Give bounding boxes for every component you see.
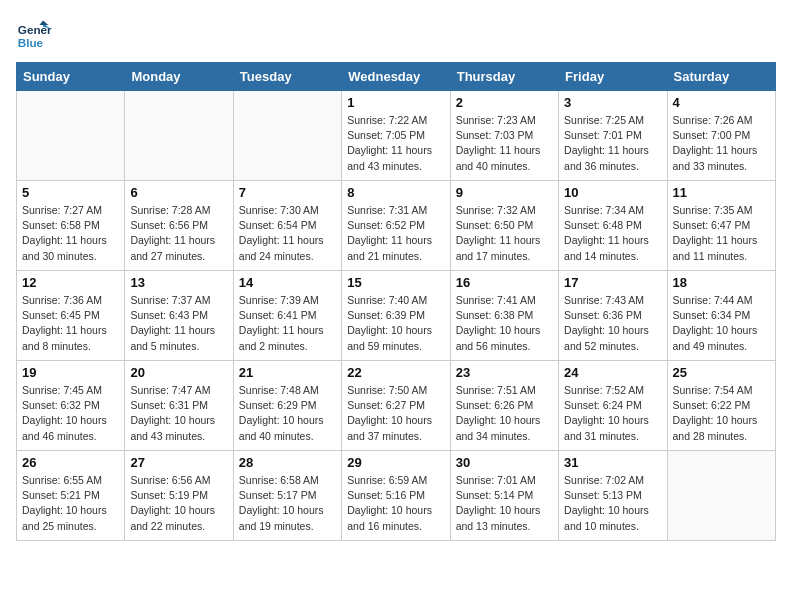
day-number: 5: [22, 185, 119, 200]
cell-content: Sunrise: 7:32 AM Sunset: 6:50 PM Dayligh…: [456, 203, 553, 264]
cell-content: Sunrise: 7:44 AM Sunset: 6:34 PM Dayligh…: [673, 293, 770, 354]
calendar-cell: 21Sunrise: 7:48 AM Sunset: 6:29 PM Dayli…: [233, 361, 341, 451]
day-number: 15: [347, 275, 444, 290]
col-sunday: Sunday: [17, 63, 125, 91]
calendar-cell: 27Sunrise: 6:56 AM Sunset: 5:19 PM Dayli…: [125, 451, 233, 541]
day-number: 27: [130, 455, 227, 470]
calendar-cell: 11Sunrise: 7:35 AM Sunset: 6:47 PM Dayli…: [667, 181, 775, 271]
calendar-cell: 24Sunrise: 7:52 AM Sunset: 6:24 PM Dayli…: [559, 361, 667, 451]
calendar-cell: 8Sunrise: 7:31 AM Sunset: 6:52 PM Daylig…: [342, 181, 450, 271]
logo: General Blue: [16, 16, 56, 52]
cell-content: Sunrise: 7:45 AM Sunset: 6:32 PM Dayligh…: [22, 383, 119, 444]
day-number: 21: [239, 365, 336, 380]
calendar-cell: 14Sunrise: 7:39 AM Sunset: 6:41 PM Dayli…: [233, 271, 341, 361]
col-thursday: Thursday: [450, 63, 558, 91]
cell-content: Sunrise: 6:58 AM Sunset: 5:17 PM Dayligh…: [239, 473, 336, 534]
cell-content: Sunrise: 7:36 AM Sunset: 6:45 PM Dayligh…: [22, 293, 119, 354]
calendar-cell: 9Sunrise: 7:32 AM Sunset: 6:50 PM Daylig…: [450, 181, 558, 271]
day-number: 4: [673, 95, 770, 110]
calendar-cell: 10Sunrise: 7:34 AM Sunset: 6:48 PM Dayli…: [559, 181, 667, 271]
calendar-cell: 25Sunrise: 7:54 AM Sunset: 6:22 PM Dayli…: [667, 361, 775, 451]
day-number: 2: [456, 95, 553, 110]
day-number: 25: [673, 365, 770, 380]
col-friday: Friday: [559, 63, 667, 91]
day-number: 11: [673, 185, 770, 200]
day-number: 26: [22, 455, 119, 470]
calendar-cell: 20Sunrise: 7:47 AM Sunset: 6:31 PM Dayli…: [125, 361, 233, 451]
cell-content: Sunrise: 7:50 AM Sunset: 6:27 PM Dayligh…: [347, 383, 444, 444]
calendar-cell: 22Sunrise: 7:50 AM Sunset: 6:27 PM Dayli…: [342, 361, 450, 451]
calendar-cell: 6Sunrise: 7:28 AM Sunset: 6:56 PM Daylig…: [125, 181, 233, 271]
day-number: 12: [22, 275, 119, 290]
cell-content: Sunrise: 7:30 AM Sunset: 6:54 PM Dayligh…: [239, 203, 336, 264]
cell-content: Sunrise: 6:55 AM Sunset: 5:21 PM Dayligh…: [22, 473, 119, 534]
day-number: 24: [564, 365, 661, 380]
calendar-cell: 16Sunrise: 7:41 AM Sunset: 6:38 PM Dayli…: [450, 271, 558, 361]
cell-content: Sunrise: 7:23 AM Sunset: 7:03 PM Dayligh…: [456, 113, 553, 174]
cell-content: Sunrise: 7:26 AM Sunset: 7:00 PM Dayligh…: [673, 113, 770, 174]
calendar-cell: 1Sunrise: 7:22 AM Sunset: 7:05 PM Daylig…: [342, 91, 450, 181]
day-number: 28: [239, 455, 336, 470]
calendar-cell: 7Sunrise: 7:30 AM Sunset: 6:54 PM Daylig…: [233, 181, 341, 271]
calendar-cell: 13Sunrise: 7:37 AM Sunset: 6:43 PM Dayli…: [125, 271, 233, 361]
calendar-cell: 31Sunrise: 7:02 AM Sunset: 5:13 PM Dayli…: [559, 451, 667, 541]
col-saturday: Saturday: [667, 63, 775, 91]
calendar-cell: 29Sunrise: 6:59 AM Sunset: 5:16 PM Dayli…: [342, 451, 450, 541]
day-number: 13: [130, 275, 227, 290]
day-number: 31: [564, 455, 661, 470]
cell-content: Sunrise: 7:52 AM Sunset: 6:24 PM Dayligh…: [564, 383, 661, 444]
calendar-cell: 5Sunrise: 7:27 AM Sunset: 6:58 PM Daylig…: [17, 181, 125, 271]
day-number: 3: [564, 95, 661, 110]
day-number: 16: [456, 275, 553, 290]
calendar-cell: 26Sunrise: 6:55 AM Sunset: 5:21 PM Dayli…: [17, 451, 125, 541]
cell-content: Sunrise: 7:40 AM Sunset: 6:39 PM Dayligh…: [347, 293, 444, 354]
day-number: 20: [130, 365, 227, 380]
cell-content: Sunrise: 7:48 AM Sunset: 6:29 PM Dayligh…: [239, 383, 336, 444]
cell-content: Sunrise: 7:47 AM Sunset: 6:31 PM Dayligh…: [130, 383, 227, 444]
day-number: 17: [564, 275, 661, 290]
cell-content: Sunrise: 7:31 AM Sunset: 6:52 PM Dayligh…: [347, 203, 444, 264]
calendar-cell: 2Sunrise: 7:23 AM Sunset: 7:03 PM Daylig…: [450, 91, 558, 181]
day-number: 23: [456, 365, 553, 380]
cell-content: Sunrise: 7:43 AM Sunset: 6:36 PM Dayligh…: [564, 293, 661, 354]
day-number: 1: [347, 95, 444, 110]
page-header: General Blue: [16, 16, 776, 52]
cell-content: Sunrise: 7:01 AM Sunset: 5:14 PM Dayligh…: [456, 473, 553, 534]
day-number: 22: [347, 365, 444, 380]
cell-content: Sunrise: 7:25 AM Sunset: 7:01 PM Dayligh…: [564, 113, 661, 174]
calendar-cell: 15Sunrise: 7:40 AM Sunset: 6:39 PM Dayli…: [342, 271, 450, 361]
day-number: 9: [456, 185, 553, 200]
calendar-row: 12Sunrise: 7:36 AM Sunset: 6:45 PM Dayli…: [17, 271, 776, 361]
calendar-body: 1Sunrise: 7:22 AM Sunset: 7:05 PM Daylig…: [17, 91, 776, 541]
cell-content: Sunrise: 6:56 AM Sunset: 5:19 PM Dayligh…: [130, 473, 227, 534]
cell-content: Sunrise: 7:27 AM Sunset: 6:58 PM Dayligh…: [22, 203, 119, 264]
calendar-cell: [233, 91, 341, 181]
day-number: 14: [239, 275, 336, 290]
calendar-row: 19Sunrise: 7:45 AM Sunset: 6:32 PM Dayli…: [17, 361, 776, 451]
calendar-cell: 3Sunrise: 7:25 AM Sunset: 7:01 PM Daylig…: [559, 91, 667, 181]
calendar-table: Sunday Monday Tuesday Wednesday Thursday…: [16, 62, 776, 541]
cell-content: Sunrise: 7:37 AM Sunset: 6:43 PM Dayligh…: [130, 293, 227, 354]
calendar-cell: 4Sunrise: 7:26 AM Sunset: 7:00 PM Daylig…: [667, 91, 775, 181]
calendar-cell: 18Sunrise: 7:44 AM Sunset: 6:34 PM Dayli…: [667, 271, 775, 361]
calendar-cell: 19Sunrise: 7:45 AM Sunset: 6:32 PM Dayli…: [17, 361, 125, 451]
day-number: 7: [239, 185, 336, 200]
day-number: 10: [564, 185, 661, 200]
calendar-cell: 30Sunrise: 7:01 AM Sunset: 5:14 PM Dayli…: [450, 451, 558, 541]
day-number: 18: [673, 275, 770, 290]
day-number: 19: [22, 365, 119, 380]
calendar-row: 26Sunrise: 6:55 AM Sunset: 5:21 PM Dayli…: [17, 451, 776, 541]
calendar-cell: 12Sunrise: 7:36 AM Sunset: 6:45 PM Dayli…: [17, 271, 125, 361]
calendar-cell: 23Sunrise: 7:51 AM Sunset: 6:26 PM Dayli…: [450, 361, 558, 451]
calendar-cell: 17Sunrise: 7:43 AM Sunset: 6:36 PM Dayli…: [559, 271, 667, 361]
col-monday: Monday: [125, 63, 233, 91]
header-row: Sunday Monday Tuesday Wednesday Thursday…: [17, 63, 776, 91]
day-number: 8: [347, 185, 444, 200]
col-tuesday: Tuesday: [233, 63, 341, 91]
calendar-row: 5Sunrise: 7:27 AM Sunset: 6:58 PM Daylig…: [17, 181, 776, 271]
cell-content: Sunrise: 7:51 AM Sunset: 6:26 PM Dayligh…: [456, 383, 553, 444]
cell-content: Sunrise: 6:59 AM Sunset: 5:16 PM Dayligh…: [347, 473, 444, 534]
cell-content: Sunrise: 7:41 AM Sunset: 6:38 PM Dayligh…: [456, 293, 553, 354]
day-number: 30: [456, 455, 553, 470]
calendar-row: 1Sunrise: 7:22 AM Sunset: 7:05 PM Daylig…: [17, 91, 776, 181]
